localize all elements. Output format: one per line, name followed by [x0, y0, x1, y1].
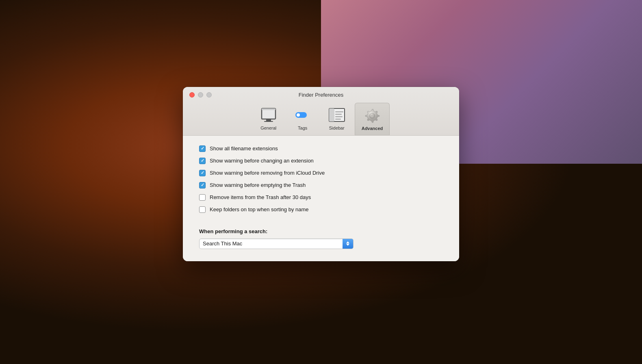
titlebar-top: Finder Preferences [189, 92, 453, 98]
general-tab-label: General [260, 126, 276, 130]
sidebar-icon [329, 108, 345, 122]
general-tab-icon [260, 106, 278, 124]
tab-advanced[interactable]: Advanced [355, 103, 390, 135]
search-label: When performing a search: [199, 228, 443, 234]
tags-tab-label: Tags [298, 126, 307, 130]
sidebar-tab-icon [328, 106, 346, 124]
label-warn-extension: Show warning before changing an extensio… [210, 158, 314, 164]
search-dropdown-wrapper[interactable]: Search This Mac [199, 238, 354, 249]
checkbox-warn-extension[interactable] [199, 158, 206, 164]
finder-preferences-window: Finder Preferences General [183, 87, 459, 261]
label-show-extensions: Show all filename extensions [210, 145, 278, 152]
svg-point-13 [371, 114, 374, 117]
svg-rect-9 [335, 114, 342, 115]
svg-rect-2 [266, 119, 271, 121]
svg-rect-10 [335, 116, 343, 117]
checkbox-show-extensions[interactable] [199, 145, 206, 152]
titlebar: Finder Preferences General [183, 87, 459, 136]
gear-icon [364, 107, 381, 124]
tags-icon [294, 106, 312, 124]
checkbox-row-warn-trash[interactable]: Show warning before emptying the Trash [199, 182, 443, 188]
svg-rect-11 [335, 119, 341, 120]
general-icon [261, 108, 276, 122]
minimize-button[interactable] [198, 92, 203, 98]
window-title: Finder Preferences [189, 92, 453, 98]
svg-rect-1 [262, 108, 275, 110]
checkbox-warn-trash[interactable] [199, 182, 206, 188]
checkbox-folders-top[interactable] [199, 206, 206, 213]
svg-point-5 [297, 113, 300, 117]
label-warn-trash: Show warning before emptying the Trash [210, 182, 306, 188]
svg-rect-3 [264, 121, 273, 122]
tab-general[interactable]: General [252, 103, 285, 135]
advanced-tab-icon [363, 106, 381, 124]
dropdown-arrows[interactable] [343, 238, 353, 249]
toolbar: General Tags [252, 103, 390, 135]
checkbox-row-warn-extension[interactable]: Show warning before changing an extensio… [199, 158, 443, 164]
maximize-button[interactable] [206, 92, 212, 98]
checkbox-row-show-extensions[interactable]: Show all filename extensions [199, 145, 443, 152]
divider [199, 219, 443, 225]
checkbox-warn-icloud[interactable] [199, 170, 206, 176]
search-section: When performing a search: Search This Ma… [199, 228, 443, 249]
tags-tab-icon [294, 106, 312, 124]
advanced-tab-label: Advanced [362, 126, 383, 131]
checkbox-remove-trash[interactable] [199, 194, 206, 201]
search-dropdown-value: Search This Mac [200, 239, 343, 248]
dialog-overlay: Finder Preferences General [0, 0, 642, 364]
checkbox-row-remove-trash[interactable]: Remove items from the Trash after 30 day… [199, 194, 443, 201]
checkbox-row-warn-icloud[interactable]: Show warning before removing from iCloud… [199, 170, 443, 176]
tab-tags[interactable]: Tags [286, 103, 319, 135]
svg-rect-7 [329, 108, 334, 121]
label-remove-trash: Remove items from the Trash after 30 day… [210, 194, 311, 200]
content-area: Show all filename extensions Show warnin… [183, 136, 459, 261]
label-folders-top: Keep folders on top when sorting by name [210, 206, 309, 212]
checkbox-row-folders-top[interactable]: Keep folders on top when sorting by name [199, 206, 443, 213]
label-warn-icloud: Show warning before removing from iCloud… [210, 170, 325, 176]
arrow-down-icon [346, 244, 349, 246]
close-button[interactable] [189, 92, 195, 98]
svg-rect-8 [335, 111, 343, 113]
window-controls [189, 92, 212, 98]
arrow-up-icon [346, 241, 349, 243]
tab-sidebar[interactable]: Sidebar [321, 103, 353, 135]
sidebar-tab-label: Sidebar [329, 126, 345, 130]
